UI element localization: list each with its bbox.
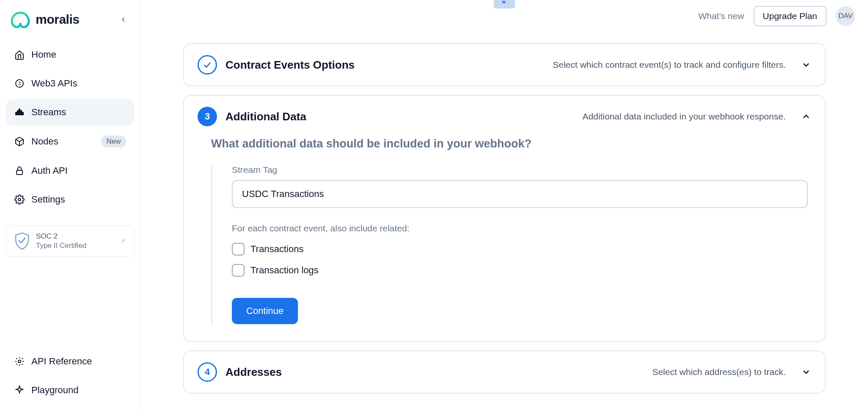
- step-done-icon: [198, 55, 217, 75]
- sidebar-item-settings[interactable]: Settings: [6, 186, 134, 213]
- step-number: 4: [198, 362, 217, 382]
- chevron-down-icon: [801, 367, 811, 377]
- logo-icon: [9, 10, 31, 29]
- gear-icon: [14, 356, 25, 367]
- sidebar-item-home[interactable]: Home: [6, 42, 134, 68]
- checkbox-icon: [232, 243, 245, 255]
- sidebar-item-api-reference[interactable]: API Reference: [6, 348, 134, 375]
- svg-point-3: [18, 198, 21, 201]
- soc2-text: SOC 2 Type II Certified: [36, 232, 86, 250]
- nav-label: Playground: [31, 385, 78, 396]
- soc2-title: SOC 2: [36, 232, 86, 241]
- main: What's new Upgrade Plan DAV Contract Eve…: [141, 0, 868, 411]
- section-title: Contract Events Options: [225, 58, 355, 72]
- svg-point-4: [18, 360, 21, 363]
- sidebar-item-authapi[interactable]: Auth API: [6, 158, 134, 184]
- field-block: Stream Tag For each contract event, also…: [211, 165, 808, 324]
- continue-button[interactable]: Continue: [232, 298, 298, 324]
- sidebar: moralis Home 3 Web3 APIs: [0, 0, 141, 411]
- feedback-tab[interactable]: [494, 0, 515, 8]
- logo-row: moralis: [6, 8, 134, 42]
- sparkle-icon: [14, 385, 25, 395]
- stream-tag-label: Stream Tag: [232, 165, 808, 175]
- section-contract-events: Contract Events Options Select which con…: [183, 43, 826, 86]
- step-number: 3: [198, 107, 217, 126]
- sidebar-item-nodes[interactable]: Nodes New: [6, 128, 134, 155]
- nav-label: Home: [31, 49, 56, 60]
- section-addresses: 4 Addresses Select which address(es) to …: [183, 350, 826, 394]
- lock-icon: [14, 166, 25, 176]
- section-question: What additional data should be included …: [211, 137, 808, 150]
- section-body: What additional data should be included …: [184, 137, 825, 341]
- section-header-additional-data[interactable]: 3 Additional Data Additional data includ…: [184, 96, 825, 137]
- sidebar-item-web3apis[interactable]: 3 Web3 APIs: [6, 70, 134, 97]
- brand-name: moralis: [36, 12, 79, 27]
- home-icon: [14, 50, 25, 60]
- avatar[interactable]: DAV: [836, 6, 855, 26]
- nav-label: Nodes: [31, 136, 58, 147]
- checkbox-label: Transactions: [250, 244, 303, 255]
- section-title: Addresses: [225, 366, 282, 379]
- checkbox-transaction-logs[interactable]: Transaction logs: [232, 264, 808, 277]
- nav-label: Auth API: [31, 165, 68, 176]
- content: Contract Events Options Select which con…: [141, 26, 868, 411]
- svg-text:3: 3: [18, 81, 21, 86]
- wave-icon: [14, 107, 25, 117]
- external-link-icon: [120, 238, 126, 244]
- logo[interactable]: moralis: [9, 10, 79, 29]
- sidebar-item-streams[interactable]: Streams: [6, 99, 134, 125]
- whats-new-link[interactable]: What's new: [698, 11, 744, 21]
- flag-icon: [501, 0, 508, 7]
- section-header-addresses[interactable]: 4 Addresses Select which address(es) to …: [184, 351, 825, 393]
- new-badge: New: [101, 136, 126, 147]
- svg-rect-2: [17, 170, 22, 175]
- nav-label: Streams: [31, 107, 66, 118]
- section-subtitle: Additional data included in your webhook…: [582, 111, 786, 122]
- include-label: For each contract event, also include re…: [232, 223, 808, 233]
- section-additional-data: 3 Additional Data Additional data includ…: [183, 95, 826, 342]
- section-subtitle: Select which address(es) to track.: [652, 367, 786, 377]
- soc2-subtitle: Type II Certified: [36, 241, 86, 250]
- upgrade-plan-button[interactable]: Upgrade Plan: [754, 6, 826, 26]
- soc2-card[interactable]: SOC 2 Type II Certified: [6, 225, 134, 257]
- section-subtitle: Select which contract event(s) to track …: [553, 60, 786, 70]
- gear-icon: [14, 194, 25, 205]
- sidebar-collapse-button[interactable]: [116, 12, 131, 27]
- box-icon: [14, 136, 25, 147]
- stream-tag-input[interactable]: [232, 180, 808, 208]
- primary-nav: Home 3 Web3 APIs Streams Nodes New: [6, 42, 134, 213]
- checkbox-icon: [232, 264, 245, 277]
- chevron-up-icon: [801, 111, 811, 122]
- section-header-contract-events[interactable]: Contract Events Options Select which con…: [184, 44, 825, 86]
- shield-check-icon: [14, 232, 30, 250]
- nav-label: Web3 APIs: [31, 78, 77, 89]
- cube-icon: 3: [14, 78, 25, 89]
- secondary-nav: API Reference Playground: [6, 331, 134, 403]
- checkbox-transactions[interactable]: Transactions: [232, 243, 808, 255]
- checkbox-label: Transaction logs: [250, 265, 319, 276]
- section-title: Additional Data: [225, 110, 306, 123]
- topbar: What's new Upgrade Plan DAV: [141, 0, 868, 26]
- sidebar-item-playground[interactable]: Playground: [6, 377, 134, 403]
- chevron-down-icon: [801, 60, 811, 70]
- nav-label: API Reference: [31, 356, 92, 367]
- chevron-left-icon: [120, 16, 127, 23]
- nav-label: Settings: [31, 194, 65, 205]
